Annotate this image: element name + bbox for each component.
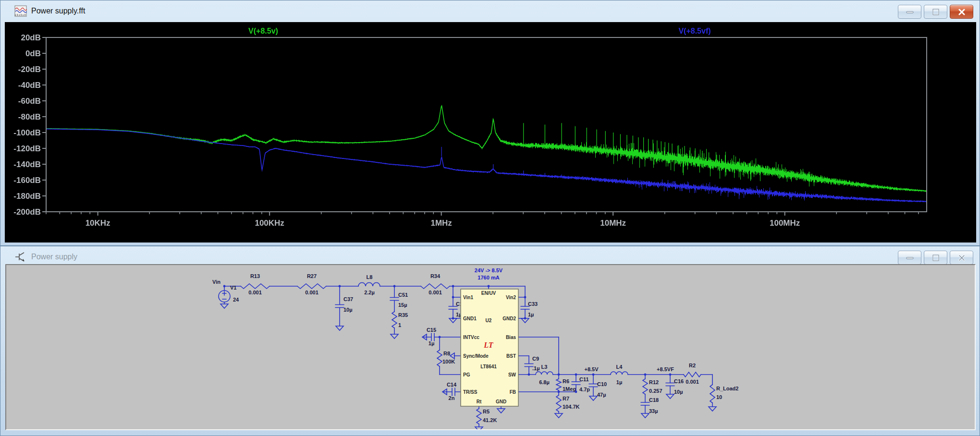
- component-label: R13: [250, 273, 260, 279]
- fft-plot-pane[interactable]: 20dB0dB-20dB-40dB-60dB-80dB-100dB-120dB-…: [5, 22, 976, 242]
- component-label: 104.7K: [563, 404, 580, 410]
- component-label: C9: [532, 356, 539, 362]
- inductor-L8: [358, 283, 380, 287]
- ic-pin-label: SW: [508, 372, 516, 377]
- component-label: 33µ: [649, 408, 658, 414]
- fft-titlebar[interactable]: Power supply.fft: [2, 2, 978, 20]
- ic-pin-label: Bias: [506, 335, 516, 340]
- capacitor-C16: [666, 375, 674, 394]
- schematic-drawing[interactable]: R130.001R270.001R340.001R20.001R351R8100…: [6, 265, 975, 429]
- schematic-titlebar[interactable]: Power supply: [2, 248, 978, 266]
- voltage-source-V1: [219, 286, 230, 304]
- component-label: .1µ: [532, 365, 540, 371]
- y-tick-label: -60dB: [18, 97, 41, 106]
- component-label: R8: [443, 351, 450, 356]
- fft-maximize-button[interactable]: [924, 5, 947, 19]
- component-label: C16: [674, 378, 684, 384]
- component-label: C51: [398, 292, 408, 298]
- component-label: 47µ: [597, 392, 606, 398]
- resistor-R27: [297, 284, 326, 289]
- capacitor-C10: [589, 375, 598, 396]
- component-label: 10µ: [674, 389, 683, 395]
- component-label: C14: [447, 382, 457, 388]
- fft-window-title: Power supply.fft: [31, 7, 85, 15]
- component-label: 0.001: [429, 290, 442, 295]
- lt-logo: LT: [483, 341, 493, 349]
- x-tick-label: 10KHz: [86, 218, 110, 228]
- x-axis-ticks: 10KHz100KHz1MHz10MHz100MHz: [46, 212, 919, 228]
- trace-label: V(+8.5v): [248, 27, 278, 35]
- component-label: L4: [616, 364, 623, 370]
- ic-pin-label: Vin1: [463, 295, 473, 300]
- component-label: 0.001: [305, 290, 318, 295]
- ic-pin-label: Vin2: [506, 295, 516, 300]
- component-label: 1µ: [528, 312, 534, 317]
- component-label: 1: [398, 322, 401, 328]
- inductor-L3: [536, 372, 553, 375]
- maximize-icon: [932, 254, 939, 261]
- ic-pin-label: Rt: [477, 399, 482, 404]
- component-label: 0.001: [686, 379, 699, 385]
- component-label: C33: [528, 301, 538, 307]
- ic-pin-label: BST: [506, 353, 516, 359]
- component-label: R6: [563, 378, 569, 384]
- fft-minimize-button[interactable]: [898, 5, 921, 19]
- schematic-window: Power supply R130.001R270.001R340.001R20…: [0, 246, 980, 436]
- component-label: 0.001: [248, 290, 262, 295]
- schematic-canvas-pane[interactable]: R130.001R270.001R340.001R20.001R351R8100…: [5, 264, 976, 430]
- fft-axes: 20dB0dB-20dB-40dB-60dB-80dB-100dB-120dB-…: [5, 22, 976, 242]
- comment-annotation: 1760 mA: [478, 275, 499, 280]
- y-tick-label: -100dB: [13, 128, 41, 137]
- component-label: L3: [541, 364, 548, 370]
- ic-pin-label: GND2: [502, 316, 516, 321]
- y-axis-ticks: 20dB0dB-20dB-40dB-60dB-80dB-100dB-120dB-…: [13, 33, 46, 217]
- x-tick-label: 100KHz: [255, 218, 284, 228]
- maximize-icon: [932, 9, 939, 15]
- y-tick-label: 20dB: [21, 33, 41, 42]
- component-label: 1Meg: [563, 386, 576, 392]
- net-label: Vin: [212, 279, 220, 285]
- capacitor-C37: [335, 286, 344, 326]
- component-label: C37: [343, 296, 353, 302]
- inductor-L4: [611, 372, 628, 375]
- component-label: 2.2µ: [364, 290, 375, 295]
- ic-refdes: U2: [486, 318, 492, 323]
- component-label: C10: [597, 381, 607, 387]
- schematic-maximize-button[interactable]: [924, 251, 947, 265]
- resistor-R_Load2: [710, 385, 715, 403]
- component-label: R5: [483, 409, 490, 414]
- component-label: R_Load2: [716, 386, 738, 391]
- component-label: 10µ: [343, 307, 353, 313]
- component-label: 4.7p: [579, 387, 590, 392]
- schematic-close-button[interactable]: [950, 251, 973, 265]
- net-label: +8.5VF: [657, 366, 674, 372]
- ic-part-number: LT8641: [480, 364, 497, 369]
- close-icon: [958, 254, 965, 261]
- resistor-R13: [241, 284, 270, 289]
- resistor-R6: [556, 379, 561, 390]
- component-label: 6.8µ: [539, 379, 550, 385]
- resistor-R34: [421, 284, 450, 289]
- ic-pin-label: TR/SS: [463, 389, 478, 395]
- schematic-icon: [14, 251, 27, 263]
- component-label: R2: [689, 363, 696, 368]
- schematic-window-title: Power supply: [31, 253, 77, 261]
- component-label: V1: [230, 285, 236, 291]
- capacitor-C18: [641, 394, 649, 413]
- y-tick-label: -140dB: [13, 160, 41, 169]
- schematic-minimize-button[interactable]: [898, 251, 921, 265]
- component-label: R35: [398, 312, 408, 318]
- component-label: R12: [649, 379, 659, 385]
- resistor-R8: [437, 350, 442, 366]
- trace-label: V(+8.5vf): [678, 27, 710, 35]
- y-tick-label: -200dB: [13, 207, 41, 217]
- fft-close-button[interactable]: [950, 5, 973, 19]
- capacitor-C14: [446, 388, 461, 396]
- y-tick-label: -120dB: [13, 144, 41, 153]
- y-tick-label: 0dB: [25, 49, 41, 58]
- x-tick-label: 10MHz: [600, 218, 626, 228]
- y-tick-label: -40dB: [18, 81, 41, 90]
- component-label: 41.2K: [483, 417, 497, 423]
- y-tick-label: -20dB: [18, 65, 41, 74]
- component-label: C15: [427, 327, 436, 333]
